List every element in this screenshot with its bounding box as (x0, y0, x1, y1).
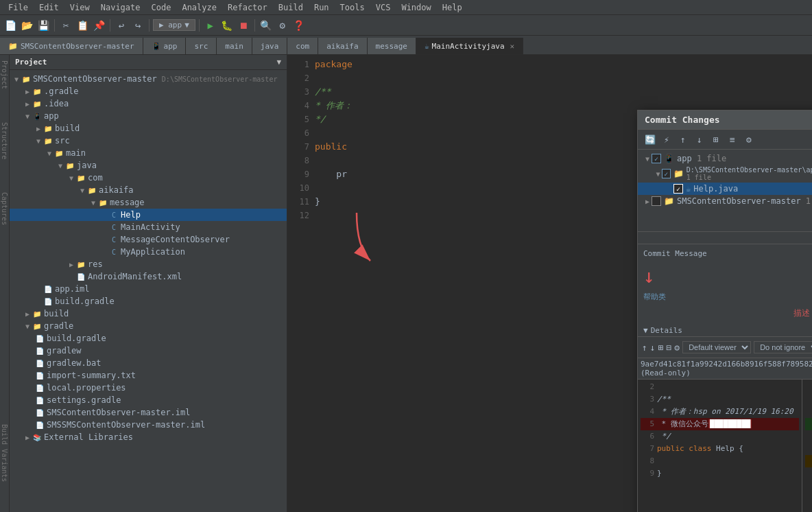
menu-window[interactable]: Window (396, 0, 436, 14)
tab-smscontentobserver[interactable]: 📁 SMSContentObserver-master (0, 38, 143, 54)
tree-message[interactable]: ▼ 📁 message (10, 196, 287, 209)
sidebar-variants-label[interactable]: Build Variants (0, 421, 9, 485)
project-dropdown[interactable]: ▼ (276, 58, 281, 67)
tab-java[interactable]: java (252, 38, 288, 54)
tree-gradlew-bat[interactable]: 📄 gradlew.bat (10, 357, 287, 369)
sidebar-structure-label[interactable]: Structure (0, 119, 9, 162)
ft-check-help[interactable]: ✓ (673, 184, 683, 194)
dtb-expand[interactable]: ⊞ (709, 132, 723, 146)
tree-messagecontentobserver[interactable]: C MessageContentObserver (10, 233, 287, 246)
tab-message[interactable]: message (368, 38, 416, 54)
toolbar-open[interactable]: 📂 (19, 18, 34, 33)
tab-app[interactable]: 📱 app (143, 38, 187, 54)
diff-btn-settings2[interactable]: ⚙ (674, 340, 680, 354)
diff-viewer-select[interactable]: Default viewer (682, 341, 751, 353)
menu-code[interactable]: Code (146, 0, 177, 14)
toolbar-save[interactable]: 💾 (36, 18, 51, 33)
file-tree-smsroot[interactable]: ▶ 📁 SMSContentObserver-master 1 file (638, 195, 812, 207)
help-link[interactable]: 帮助类 (643, 292, 666, 301)
diff-btn-expand[interactable]: ⊟ (666, 340, 671, 354)
tree-com[interactable]: ▼ 📁 com (10, 172, 287, 184)
tree-androidmanifest[interactable]: 📄 AndroidManifest.xml (10, 270, 287, 283)
tree-buildgradle-app[interactable]: 📄 build.gradle (10, 295, 287, 307)
toolbar-stop[interactable]: ⏹ (236, 18, 251, 33)
diff-ignore-select[interactable]: Do not ignore (754, 341, 812, 353)
menu-vcs[interactable]: VCS (370, 0, 396, 14)
menu-edit[interactable]: Edit (34, 0, 64, 14)
toolbar-redo[interactable]: ↪ (130, 18, 145, 33)
toolbar-settings[interactable]: ⚙ (275, 18, 290, 33)
menu-run[interactable]: Run (309, 0, 335, 14)
tab-main[interactable]: main (217, 38, 252, 54)
file-tree-path[interactable]: ▼ ✓ 📁 D:\SMSContentObserver-master\app\s… (638, 165, 812, 183)
tree-icon-gradle: 📁 (32, 86, 43, 97)
toolbar-new[interactable]: 📄 (3, 18, 18, 33)
sidebar-captures-label[interactable]: Captures (0, 189, 9, 228)
tab-close-mainactivity[interactable]: ✕ (510, 42, 515, 51)
dtb-list[interactable]: ≡ (726, 132, 739, 146)
tab-mainactivity[interactable]: ☕ MainActivityjava ✕ (416, 38, 523, 54)
toolbar-cut[interactable]: ✂ (58, 18, 73, 33)
tree-src[interactable]: ▼ 📁 src (10, 135, 287, 147)
tree-appiml[interactable]: 📄 app.iml (10, 283, 287, 295)
tab-com[interactable]: com (287, 38, 318, 54)
tree-idea[interactable]: ▶ 📁 .idea (10, 97, 287, 110)
ft-check-path[interactable]: ✓ (662, 169, 671, 178)
tree-gradle-folder[interactable]: ▼ 📁 gradle (10, 320, 287, 332)
sidebar-project-label[interactable]: Project (0, 58, 9, 92)
tree-smssms-iml[interactable]: 📄 SMSSMSContentObserver-master.iml (10, 419, 287, 431)
menu-file[interactable]: File (3, 0, 34, 14)
tree-mainactivity[interactable]: C MainActivity (10, 221, 287, 233)
dtb-diff[interactable]: ⚡ (660, 132, 673, 146)
diff-btn-up[interactable]: ↑ (642, 340, 647, 354)
dtb-settings[interactable]: ⚙ (742, 132, 756, 146)
tree-help[interactable]: C Help (10, 209, 287, 221)
toolbar-debug[interactable]: 🐛 (219, 18, 235, 33)
tree-sms-iml[interactable]: 📄 SMSContentObserver-master.iml (10, 406, 287, 419)
tree-build2[interactable]: ▶ 📁 build (10, 307, 287, 320)
menu-view[interactable]: View (64, 0, 95, 14)
file-tree-app[interactable]: ▼ ✓ 📱 app 1 file (638, 152, 812, 165)
menu-build[interactable]: Build (273, 0, 309, 14)
tree-buildgradle-root[interactable]: 📄 build.gradle (10, 332, 287, 345)
tree-aikaifa[interactable]: ▼ 📁 aikaifa (10, 184, 287, 196)
tree-myapplication[interactable]: C MyApplication (10, 246, 287, 258)
run-config-dropdown[interactable]: ▶ app ▼ (153, 19, 195, 31)
menu-refactor[interactable]: Refactor (222, 0, 273, 14)
tree-gradle[interactable]: ▶ 📁 .gradle (10, 85, 287, 97)
toolbar-help[interactable]: ❓ (291, 18, 307, 33)
menu-help[interactable]: Help (437, 0, 468, 14)
details-arrow[interactable]: ▼ (643, 326, 648, 335)
tree-local-properties[interactable]: 📄 local.properties (10, 382, 287, 394)
menu-analyze[interactable]: Analyze (176, 0, 222, 14)
ft-check-app[interactable]: ✓ (652, 154, 661, 163)
menu-tools[interactable]: Tools (335, 0, 370, 14)
diff-btn-down[interactable]: ↓ (650, 340, 656, 354)
tab-aikaifa[interactable]: aikaifa (318, 38, 367, 54)
tree-gradlew[interactable]: 📄 gradlew (10, 345, 287, 357)
toolbar-undo[interactable]: ↩ (114, 18, 129, 33)
diff-btn-frame[interactable]: ⊞ (658, 340, 664, 354)
tree-main[interactable]: ▼ 📁 main (10, 147, 287, 159)
toolbar-copy[interactable]: 📋 (75, 18, 90, 33)
tree-app[interactable]: ▼ 📱 app (10, 110, 287, 122)
tree-build1[interactable]: ▶ 📁 build (10, 122, 287, 135)
file-tree-helpjava[interactable]: ✓ ☕ Help.java (638, 183, 812, 195)
tree-res[interactable]: ▶ 📁 res (10, 258, 287, 270)
menu-navigate[interactable]: Navigate (95, 0, 146, 14)
dtb-next[interactable]: ↓ (693, 132, 706, 146)
dtb-refresh[interactable]: 🔄 (643, 132, 657, 146)
toolbar-run[interactable]: ▶ (203, 18, 218, 33)
tree-root[interactable]: ▼ 📁 SMSContentObserver-master D:\SMSCont… (10, 73, 287, 85)
toolbar-paste[interactable]: 📌 (91, 18, 106, 33)
tree-import-summary[interactable]: 📄 import-summary.txt (10, 369, 287, 382)
tab-src[interactable]: src (186, 38, 217, 54)
tree-java[interactable]: ▼ 📁 java (10, 159, 287, 172)
tab-label-mainactivity: MainActivityjava (432, 42, 505, 51)
tree-settings-gradle[interactable]: 📄 settings.gradle (10, 394, 287, 406)
tree-external-libraries[interactable]: ▶ 📚 External Libraries (10, 431, 287, 443)
toolbar-search[interactable]: 🔍 (259, 18, 274, 33)
tab-label-message: message (376, 42, 407, 51)
dtb-prev[interactable]: ↑ (676, 132, 690, 146)
ft-check-smsroot[interactable] (652, 196, 661, 206)
